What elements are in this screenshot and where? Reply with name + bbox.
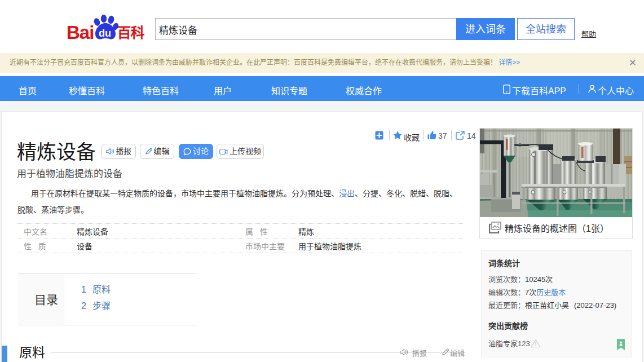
svg-text:du: du: [99, 28, 111, 39]
svg-text:百科: 百科: [117, 25, 145, 41]
svg-text:Bai: Bai: [67, 22, 94, 42]
